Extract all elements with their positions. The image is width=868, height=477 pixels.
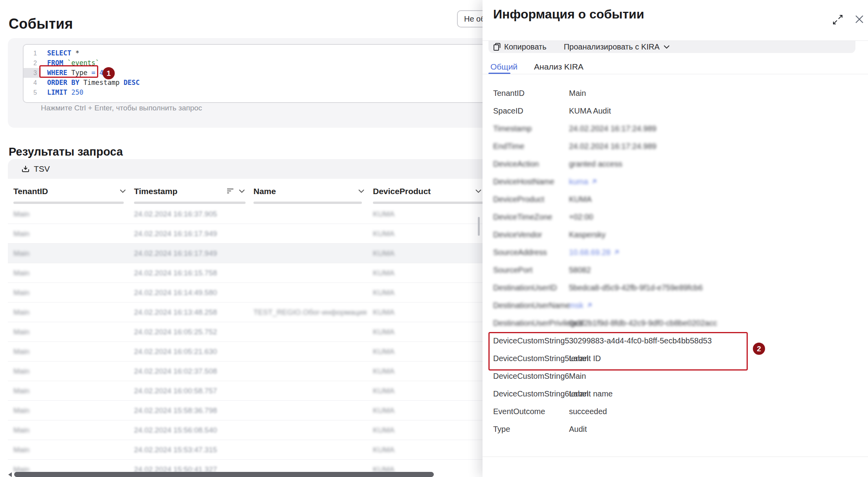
panel-title: Информация о событии — [493, 7, 644, 22]
sql-line-number: 3 — [24, 68, 41, 78]
sql-token: ORDER BY — [47, 79, 79, 86]
table-row[interactable]: Main24.02.2024 16:05:21.630KUMA — [8, 342, 495, 361]
column-header-tenantid[interactable]: TenantID — [13, 187, 48, 196]
field-value[interactable]: msk — [569, 297, 592, 314]
field-value[interactable]: kuma — [569, 173, 596, 191]
table-row[interactable]: Main24.02.2024 15:56:08.540KUMA — [8, 420, 495, 440]
event-field-row: SourceAddress10.68.69.28 — [483, 244, 868, 261]
table-row[interactable]: Main24.02.2024 16:02:37.508KUMA — [8, 361, 495, 381]
cell-tenant: Main — [13, 420, 123, 440]
sql-line[interactable]: 3WHERE Type = 4 — [24, 68, 490, 78]
field-value: Main — [569, 84, 586, 102]
field-label: Type — [493, 420, 510, 438]
sql-token: DESC — [123, 79, 139, 86]
column-header-deviceproduct[interactable]: DeviceProduct — [373, 187, 431, 196]
column-header-name[interactable]: Name — [253, 187, 276, 196]
event-details-panel: Информация о событии Копировать Проанали… — [483, 0, 868, 477]
field-label: SpaceID — [493, 102, 523, 120]
sql-line[interactable]: 2FROM `events` — [24, 58, 490, 68]
event-field-row: EventOutcomesucceeded — [483, 403, 868, 420]
tab-kira-analysis[interactable]: Анализ KIRA — [534, 62, 584, 72]
table-row[interactable]: Main24.02.2024 16:14:49.580KUMA — [8, 283, 495, 303]
field-value: +02:00 — [569, 208, 593, 226]
sql-line[interactable]: 4ORDER BY Timestamp DESC — [24, 78, 490, 88]
cell-time: 24.02.2024 16:05:21.630 — [134, 342, 244, 361]
analyze-button-label: Проанализировать с KIRA — [564, 42, 660, 51]
cell-tenant: Main — [13, 303, 123, 322]
expand-diagonal-icon[interactable] — [832, 14, 844, 26]
chevron-down-icon[interactable] — [119, 189, 126, 193]
field-value-text: 5bedca8-d5c9-42fb-9f1d-e759e89fcb6 — [569, 279, 703, 297]
cell-tenant: Main — [13, 224, 123, 243]
cell-time: 24.02.2024 15:58:36.798 — [134, 401, 244, 420]
panel-toolbar: Копировать Проанализировать с KIRA — [488, 41, 855, 53]
field-label: DeviceVendor — [493, 226, 542, 244]
table-row[interactable]: Main24.02.2024 16:13:48.258TEST_REGIO.Об… — [8, 303, 495, 322]
annotation-badge-2: 2 — [753, 343, 765, 355]
cell-product: KUMA — [373, 224, 483, 243]
field-value: Main — [569, 367, 586, 385]
sql-token: FROM — [47, 59, 63, 67]
chevron-down-icon[interactable] — [358, 189, 365, 193]
field-label: DestinationUserID — [493, 279, 557, 297]
event-field-row: SpaceIDKUMA Audit — [483, 102, 868, 120]
sql-line[interactable]: 5LIMIT 250 — [24, 88, 490, 97]
event-field-row: DeviceCustomString6Main — [483, 367, 868, 385]
copy-button[interactable]: Копировать — [493, 42, 547, 51]
sql-line-number: 1 — [24, 48, 41, 58]
cell-time: 24.02.2024 16:02:37.508 — [134, 361, 244, 381]
cell-product: KUMA — [373, 381, 483, 400]
table-row[interactable]: Main24.02.2024 15:53:47.315KUMA — [8, 440, 495, 460]
close-icon[interactable] — [854, 14, 866, 26]
field-label: DeviceCustomString5 — [493, 332, 569, 350]
field-label: DeviceProduct — [493, 191, 544, 208]
field-label: DeviceCustomString6 — [493, 367, 569, 385]
cell-tenant: Main — [13, 263, 123, 283]
vertical-scrollbar-thumb[interactable] — [478, 217, 480, 236]
event-fields-list: TenantIDMainSpaceIDKUMA AuditTimestamp24… — [483, 84, 868, 438]
field-value[interactable]: 10.68.69.28 — [569, 244, 619, 261]
table-row[interactable]: Main24.02.2024 16:16:17.949KUMA — [8, 224, 495, 244]
field-value-text: Main — [569, 367, 586, 385]
event-field-row: DeviceCustomString530299883-a4d4-4fc0-b8… — [483, 332, 868, 350]
tab-general[interactable]: Общий — [490, 62, 517, 72]
sort-lines-icon[interactable] — [227, 188, 234, 194]
event-field-row: Timestamp24.02.2024 16:17:24.989 — [483, 120, 868, 138]
copy-button-label: Копировать — [504, 42, 547, 51]
table-row[interactable]: Main24.02.2024 16:16:17.949KUMA — [8, 244, 495, 263]
field-value-text: succeeded — [569, 403, 607, 420]
table-row[interactable]: Main24.02.2024 16:05:25.752KUMA — [8, 322, 495, 342]
cell-time: 24.02.2024 16:16:15.758 — [134, 263, 244, 283]
field-value: Audit — [569, 420, 587, 438]
column-header-timestamp[interactable]: Timestamp — [134, 187, 178, 196]
horizontal-scrollbar-thumb[interactable] — [14, 472, 434, 477]
cell-tenant: Main — [13, 204, 123, 224]
chevron-down-icon[interactable] — [475, 189, 482, 193]
export-tsv-button[interactable]: TSV — [19, 164, 52, 174]
external-link-icon — [613, 250, 619, 255]
chevron-down-icon — [663, 45, 670, 49]
column-divider — [13, 202, 124, 204]
table-row[interactable]: Main24.02.2024 16:00:58.757KUMA — [8, 381, 495, 401]
chevron-down-icon[interactable] — [239, 189, 245, 193]
table-row[interactable]: Main24.02.2024 15:58:36.798KUMA — [8, 401, 495, 420]
event-field-row: TypeAudit — [483, 420, 868, 438]
scroll-left-arrow-icon[interactable] — [8, 472, 12, 477]
cell-time: 24.02.2024 16:14:49.580 — [134, 283, 244, 302]
analyze-with-kira-button[interactable]: Проанализировать с KIRA — [564, 42, 670, 51]
field-value-text: +02:00 — [569, 208, 593, 226]
event-field-row: DeviceCustomString5Labeltenant ID — [483, 350, 868, 367]
table-row[interactable]: Main24.02.2024 16:16:37.905KUMA — [8, 204, 495, 224]
table-row[interactable]: Main24.02.2024 16:16:15.758KUMA — [8, 263, 495, 283]
cell-product: KUMA — [373, 420, 483, 440]
field-label: EndTime — [493, 138, 524, 155]
sql-line-code: ORDER BY Timestamp DESC — [47, 78, 139, 88]
sql-token: LIMIT — [47, 88, 67, 96]
sql-query-editor[interactable]: 1SELECT *2FROM `events`3WHERE Type = 44O… — [23, 44, 490, 103]
cell-product: KUMA — [373, 303, 483, 322]
sql-line[interactable]: 1SELECT * — [24, 48, 490, 58]
field-value: 0x3f2b1f9d-8fdb-42c9-9df0-cb8be0202acc — [569, 314, 717, 332]
sql-line-number: 4 — [24, 78, 41, 88]
cell-product: KUMA — [373, 204, 483, 224]
field-value: Kaspersky — [569, 226, 606, 244]
